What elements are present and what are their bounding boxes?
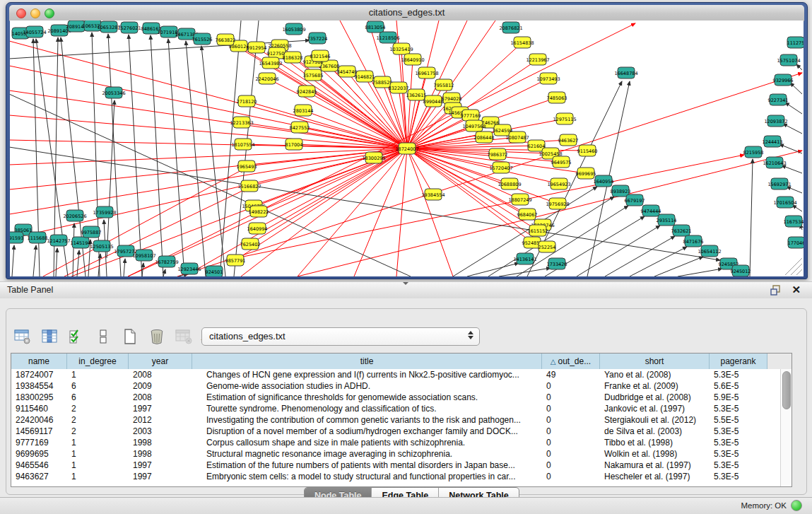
graph-node[interactable]: 12213363 <box>230 117 253 128</box>
graph-node[interactable]: 17016504 <box>773 197 796 208</box>
column-header[interactable]: short <box>600 354 710 369</box>
graph-node[interactable]: 16782759 <box>155 256 178 267</box>
graph-node[interactable]: 9463627 <box>558 134 579 146</box>
graph-node[interactable]: 2718120 <box>237 95 257 107</box>
graph-node[interactable]: 2803144 <box>293 105 314 116</box>
column-header[interactable]: name <box>11 354 67 369</box>
graph-node[interactable]: 18807249 <box>508 194 531 205</box>
graph-node[interactable]: 8427552 <box>290 122 310 133</box>
graph-node[interactable]: 12142757 <box>47 235 70 246</box>
graph-node[interactable]: 16648784 <box>614 67 637 78</box>
graph-node[interactable]: 1115688 <box>28 232 48 243</box>
graph-node[interactable]: 9115460 <box>577 145 598 156</box>
graph-node[interactable]: 7485063 <box>547 92 567 103</box>
graph-node[interactable]: 7357224 <box>307 33 328 44</box>
graph-node[interactable]: 817004 <box>286 139 303 150</box>
graph-node[interactable]: 2086448 <box>474 132 495 143</box>
graph-node[interactable]: 9975887 <box>81 226 102 238</box>
graph-node[interactable]: 1167534 <box>784 216 804 227</box>
vertical-scrollbar[interactable] <box>780 369 792 486</box>
graph-node[interactable]: 14136141 <box>513 253 536 264</box>
graph-node[interactable]: 20206526 <box>63 210 86 221</box>
panel-splitter-handle[interactable] <box>403 282 408 285</box>
graph-node[interactable]: 1640954 <box>594 175 614 187</box>
row-height-icon[interactable] <box>94 327 112 346</box>
graph-node[interactable]: 1244413 <box>763 136 783 147</box>
graph-node[interactable]: 252254 <box>539 241 556 252</box>
graph-node[interactable]: 9857791 <box>225 255 246 266</box>
graph-node[interactable]: 1498222 <box>249 206 269 217</box>
graph-node[interactable]: 391593 <box>10 232 23 243</box>
graph-node[interactable]: 9329966 <box>773 74 794 86</box>
column-visibility-icon[interactable] <box>40 327 59 346</box>
graph-node[interactable]: 15276021 <box>117 22 141 33</box>
graph-node[interactable]: 19756928 <box>546 198 569 209</box>
graph-node[interactable]: 15692971 <box>767 178 791 189</box>
graph-node[interactable]: 8471676 <box>683 235 704 247</box>
graph-node[interactable]: 1640994 <box>247 223 268 234</box>
graph-node[interactable]: 12923446 <box>177 263 201 274</box>
delete-trash-icon[interactable] <box>148 327 166 346</box>
graph-node[interactable]: 20876821 <box>499 22 522 33</box>
network-window-titlebar[interactable]: citations_edges.txt <box>9 5 804 21</box>
graph-node[interactable]: 8321546 <box>310 50 331 62</box>
graph-node[interactable]: 6679197 <box>625 194 645 206</box>
table-row[interactable]: 1938455462009Genome-wide association stu… <box>11 380 780 392</box>
graph-node[interactable]: 10497568 <box>462 120 486 132</box>
graph-node[interactable]: 7615526 <box>192 33 213 45</box>
float-panel-icon[interactable] <box>770 285 781 296</box>
table-row[interactable]: 911546021997Tourette syndrome. Phenomeno… <box>11 403 780 414</box>
graph-node[interactable]: 18640910 <box>401 54 424 65</box>
graph-node[interactable]: 10973493 <box>536 73 560 84</box>
column-header[interactable]: △out_de... <box>542 354 600 369</box>
graph-node[interactable]: 12975115 <box>553 113 576 124</box>
graph-node[interactable]: 7955812 <box>434 79 454 90</box>
close-panel-icon[interactable]: ✕ <box>792 284 801 296</box>
graph-node[interactable]: 12093872 <box>764 115 787 127</box>
graph-node[interactable]: 9242845 <box>297 86 317 97</box>
graph-node[interactable]: 8813054 <box>365 21 386 33</box>
graph-node[interactable]: 14055724 <box>23 26 46 37</box>
graph-node[interactable]: 10688809 <box>498 178 521 189</box>
graph-node[interactable]: 12505135 <box>90 240 113 252</box>
graph-node[interactable]: 8322037 <box>389 82 409 93</box>
graph-node[interactable]: 16210643 <box>763 157 786 168</box>
table-settings-icon[interactable] <box>13 327 32 346</box>
graph-node[interactable]: 10807487 <box>505 132 529 143</box>
graph-node[interactable]: 8912954 <box>247 42 267 53</box>
graph-node[interactable]: 9649575 <box>551 156 572 168</box>
graph-node[interactable]: 11218506 <box>376 32 399 43</box>
graph-node[interactable]: 7625402 <box>240 238 261 250</box>
graph-node[interactable]: 10654112 <box>698 245 721 257</box>
graph-node[interactable]: 111275 <box>787 37 804 48</box>
table-row[interactable]: 1830029562008Estimation of significance … <box>11 392 780 403</box>
scrollbar-thumb[interactable] <box>782 371 791 409</box>
graph-node[interactable]: 8186328 <box>283 52 303 63</box>
network-canvas[interactable]: 1872400710325419186409101696175879558121… <box>10 21 804 276</box>
table-select-dropdown[interactable]: citations_edges.txt <box>201 327 480 346</box>
graph-node[interactable]: 9474444 <box>641 205 661 216</box>
graph-node[interactable]: 8990448 <box>423 95 444 107</box>
graph-node[interactable]: 9684067 <box>517 209 538 220</box>
graph-node[interactable]: 16961758 <box>415 67 438 78</box>
graph-node[interactable]: 20053346 <box>102 87 125 98</box>
column-header[interactable]: year <box>129 354 192 369</box>
graph-node[interactable]: 7632621 <box>671 225 692 236</box>
column-header[interactable]: pagerank <box>710 354 767 369</box>
table-row[interactable]: 1456911722003Disruption of a novel membe… <box>11 426 780 437</box>
graph-node[interactable]: 1145194 <box>71 237 91 248</box>
graph-node[interactable]: 16154838 <box>510 37 534 48</box>
graph-node[interactable]: 177046 <box>788 237 804 248</box>
graph-node[interactable]: 1965493 <box>237 160 257 172</box>
graph-node[interactable]: 19654923 <box>547 178 570 189</box>
column-header[interactable]: in_degree <box>67 354 129 369</box>
graph-node[interactable]: 18724007 <box>395 143 418 154</box>
graph-node[interactable]: 1733426 <box>547 258 567 269</box>
graph-node[interactable]: 19384554 <box>421 189 445 200</box>
graph-node[interactable]: 15720407 <box>489 162 512 173</box>
new-table-icon[interactable] <box>121 327 139 346</box>
graph-node[interactable]: 1615152 <box>528 225 548 236</box>
graph-node[interactable]: 16543982 <box>259 57 282 69</box>
graph-node[interactable]: 15751074 <box>777 54 800 66</box>
table-row[interactable]: 969969511998Structural magnetic resonanc… <box>11 448 780 460</box>
